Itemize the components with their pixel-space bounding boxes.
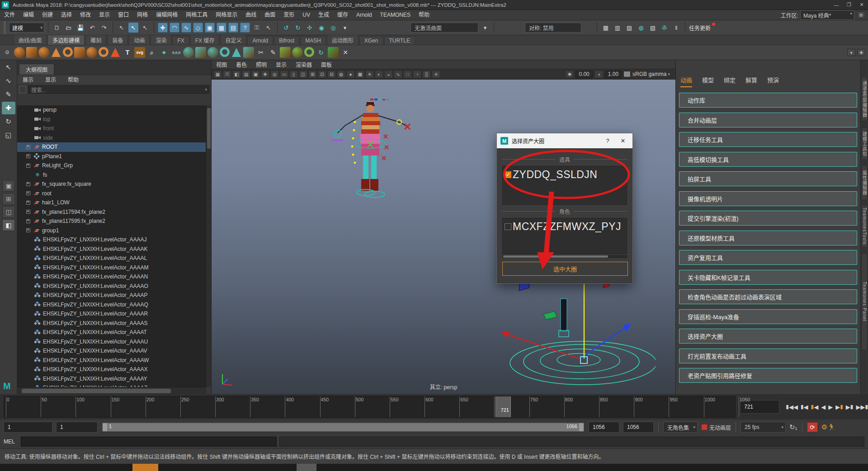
- menu-编辑[interactable]: 编辑: [19, 10, 38, 20]
- vp-lighting-icon[interactable]: ☀: [365, 71, 374, 78]
- play-backwards-button[interactable]: ◀: [821, 404, 826, 410]
- new-scene-icon[interactable]: 🗋: [52, 23, 62, 33]
- snap-curve-icon[interactable]: ◠: [170, 23, 179, 33]
- smooth-icon[interactable]: [220, 47, 230, 57]
- outliner-item-side[interactable]: side: [17, 133, 206, 143]
- tool-button-高低模切换工具[interactable]: 高低模切换工具: [679, 152, 857, 167]
- outliner-item-EHSKLFpvZY_LNXIXH:LevelActor_AAAAO[interactable]: EHSKLFpvZY_LNXIXH:LevelActor_AAAAO: [17, 282, 206, 291]
- construction-history-icon[interactable]: ↺: [281, 23, 291, 33]
- shelf-tab-曲线/曲面[interactable]: 曲线/曲面: [14, 35, 47, 45]
- outliner-item-EHSKLFpvZY_LNXIXH:LevelActor_AAAAX[interactable]: EHSKLFpvZY_LNXIXH:LevelActor_AAAAX: [17, 365, 206, 374]
- shelf-gear-icon[interactable]: ⚙: [4, 49, 11, 56]
- outliner-item-EHSKLFpvZY_LNXIXH:LevelActor_AAAAM[interactable]: EHSKLFpvZY_LNXIXH:LevelActor_AAAAM: [17, 263, 206, 273]
- menu-网格[interactable]: 网格: [133, 10, 152, 20]
- vp-shading-wireframe-icon[interactable]: ◍: [337, 71, 345, 78]
- expand-icon[interactable]: [26, 228, 30, 232]
- select-object-icon[interactable]: ↖: [128, 23, 138, 33]
- vp-gate-mask-icon[interactable]: ◫: [299, 71, 307, 78]
- outliner-search-input[interactable]: 搜索...: [28, 85, 209, 94]
- vp-safe-title-icon[interactable]: ⊟: [327, 71, 336, 78]
- vp-camera-attrs-icon[interactable]: ◧: [232, 71, 241, 78]
- anim-layer-select[interactable]: 无动画层: [701, 424, 731, 431]
- snap-view-plane-icon[interactable]: ▣: [205, 23, 215, 33]
- grid-snap-icon[interactable]: [280, 47, 291, 58]
- vp-isolate-icon[interactable]: ◔: [413, 71, 421, 78]
- outliner-item-ReLight_Grp[interactable]: ReLight_Grp: [17, 161, 206, 170]
- outliner-item-EHSKLFpvZY_LNXIXH:LevelActor_AAAAZ[interactable]: EHSKLFpvZY_LNXIXH:LevelActor_AAAAZ: [17, 383, 206, 387]
- tool-button-灯光前置发布动画工具[interactable]: 灯光前置发布动画工具: [679, 349, 857, 363]
- anim-start-field[interactable]: 1: [4, 422, 52, 433]
- layout-two-button[interactable]: ◫: [2, 206, 15, 218]
- anim-end-field[interactable]: 1056: [623, 422, 654, 433]
- tool-button-检查角色动画是否超过动画表演区域[interactable]: 检查角色动画是否超过动画表演区域: [679, 289, 857, 304]
- menu-文件[interactable]: 文件: [0, 10, 19, 20]
- tool-button-老资产贴图引用路径修复[interactable]: 老资产贴图引用路径修复: [679, 368, 857, 383]
- shelf-tab-TURTLE[interactable]: TURTLE: [384, 36, 415, 45]
- menu-选择[interactable]: 选择: [57, 10, 76, 20]
- char-item-checkbox[interactable]: [505, 223, 511, 230]
- target-weld-icon[interactable]: [292, 47, 303, 58]
- shelf-tab-FX[interactable]: FX: [172, 36, 189, 45]
- layout-four-button[interactable]: ⊞: [2, 193, 15, 205]
- viewport-panel[interactable]: 视图着色照明显示渲染器面板 ▦ ⚿ ◧ ▤ ▣ ✥ ◎ ▭ ▯ ◫ ⊞ ⊡ ⊟ …: [212, 60, 676, 394]
- vp-select-camera-icon[interactable]: ▦: [213, 71, 222, 78]
- poly-sphere-icon[interactable]: [14, 47, 25, 58]
- select-hierarchy-icon[interactable]: ↖: [117, 23, 127, 33]
- rotate-tool-icon[interactable]: ↻: [2, 115, 15, 128]
- shelf-tab-雕刻[interactable]: 雕刻: [85, 35, 106, 45]
- tool-button-拍屏工具[interactable]: 拍屏工具: [679, 171, 857, 186]
- outliner-item-pPlane1[interactable]: pPlane1: [17, 152, 206, 161]
- mel-label[interactable]: MEL: [4, 438, 18, 445]
- tool-button-关卡隐藏和K帧记录工具[interactable]: 关卡隐藏和K帧记录工具: [679, 270, 857, 285]
- vp-bookmark-icon[interactable]: ▤: [242, 71, 250, 78]
- pause-viewport-icon[interactable]: ‖: [671, 23, 681, 33]
- outliner-menu-帮助[interactable]: 帮助: [62, 75, 84, 83]
- viewport-menu-面板[interactable]: 面板: [316, 61, 336, 68]
- menu-编辑网格[interactable]: 编辑网格: [152, 10, 182, 20]
- outliner-filter-icon[interactable]: [19, 86, 26, 93]
- playback-end-field[interactable]: 1056: [589, 422, 619, 433]
- vp-color-swatch[interactable]: [623, 71, 631, 77]
- lasso-tool-icon[interactable]: ∿: [2, 75, 15, 87]
- vp-exposure-value[interactable]: 0.00: [576, 71, 592, 78]
- char-listbox[interactable]: MCXFZZFMWXZ_PYJ: [502, 218, 627, 254]
- outliner-item-fx_plane117595:fx_plane2[interactable]: fx_plane117595:fx_plane2: [17, 217, 206, 226]
- poly-disc-icon[interactable]: [86, 47, 97, 58]
- outliner-item-ROOT[interactable]: ROOT: [17, 142, 206, 152]
- outliner-item-EHSKLFpvZY_LNXIXH:LevelActor_AAAAY[interactable]: EHSKLFpvZY_LNXIXH:LevelActor_AAAAY: [17, 374, 206, 384]
- tool-button-资产复用工具[interactable]: 资产复用工具: [679, 250, 857, 265]
- outliner-item-root[interactable]: root: [17, 189, 206, 198]
- shelf-tab-渲染[interactable]: 渲染: [151, 35, 171, 45]
- shelf-tab-Arnold[interactable]: Arnold: [247, 36, 273, 45]
- vp-gamma-icon[interactable]: ◑: [594, 71, 603, 78]
- outliner-item-EHSKLFpvZY_LNXIXH:LevelActor_AAAAW[interactable]: EHSKLFpvZY_LNXIXH:LevelActor_AAAAW: [17, 356, 206, 365]
- outliner-item-EHSKLFpvZY_LNXIXH:LevelActor_AAAAS[interactable]: EHSKLFpvZY_LNXIXH:LevelActor_AAAAS: [17, 319, 206, 328]
- outliner-item-EHSKLFpvZY_LNXIXH:LevelActor_AAAAJ[interactable]: EHSKLFpvZY_LNXIXH:LevelActor_AAAAJ: [17, 235, 206, 245]
- paint-select-tool-icon[interactable]: ✎: [2, 88, 15, 101]
- character-rig[interactable]: [331, 99, 417, 203]
- tool-button-提交引擎渲染(初渲)[interactable]: 提交引擎渲染(初渲): [679, 211, 857, 226]
- launch-render-view-icon[interactable]: ✇: [660, 23, 670, 33]
- shelf-tab-多边形建模[interactable]: 多边形建模: [47, 35, 85, 45]
- outliner-item-EHSKLFpvZY_LNXIXH:LevelActor_AAAAP[interactable]: EHSKLFpvZY_LNXIXH:LevelActor_AAAAP: [17, 291, 206, 300]
- vp-safe-action-icon[interactable]: ⊡: [318, 71, 326, 78]
- expand-icon[interactable]: [26, 145, 30, 149]
- poly-cube-icon[interactable]: [26, 47, 37, 58]
- combine-icon[interactable]: [183, 47, 194, 58]
- outliner-item-top[interactable]: top: [17, 115, 206, 124]
- tool-button-迁移任务工具[interactable]: 迁移任务工具: [679, 132, 857, 147]
- shelf-tab-Bifrost[interactable]: Bifrost: [274, 36, 299, 45]
- tool-button-动作库[interactable]: 动作库: [679, 93, 857, 108]
- auto-keyframe-toggle[interactable]: ⟳: [807, 422, 818, 432]
- shelf-tab-运动图形[interactable]: 运动图形: [327, 35, 359, 45]
- vp-2d-pan-icon[interactable]: ✥: [261, 71, 269, 78]
- outliner-item-EHSKLFpvZY_LNXIXH:LevelActor_AAAAU[interactable]: EHSKLFpvZY_LNXIXH:LevelActor_AAAAU: [17, 337, 206, 347]
- vp-oscillate-icon[interactable]: ◎: [270, 71, 279, 78]
- outliner-item-EHSKLFpvZY_LNXIXH:LevelActor_AAAAN[interactable]: EHSKLFpvZY_LNXIXH:LevelActor_AAAAN: [17, 272, 206, 282]
- snap-point-icon[interactable]: ∿: [181, 23, 191, 33]
- vp-image-plane-icon[interactable]: ▣: [251, 71, 260, 78]
- taskbar-app[interactable]: [297, 464, 316, 471]
- shelf-tab-MASH[interactable]: MASH: [300, 36, 326, 45]
- snap-projected-center-icon[interactable]: ◇: [193, 23, 203, 33]
- play-forwards-button[interactable]: ▶: [828, 404, 833, 410]
